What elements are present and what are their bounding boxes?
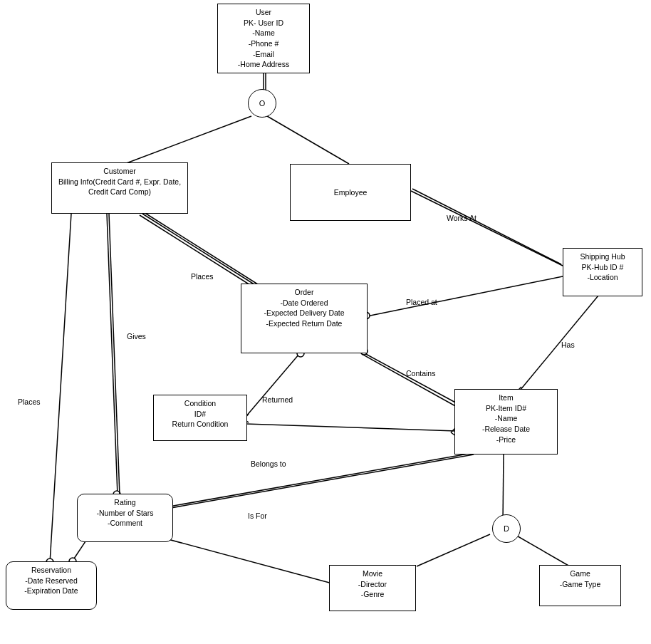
employee-label: Employee xyxy=(334,187,368,198)
places1-label: Places xyxy=(191,272,214,281)
places2-label: Places xyxy=(18,398,41,406)
svg-line-40 xyxy=(142,455,474,513)
svg-line-25 xyxy=(362,354,458,407)
returned-label: Returned xyxy=(262,395,293,404)
erd-diagram: UserPK- User ID-Name-Phone #-Email-Home … xyxy=(0,0,651,644)
game-label: Game-Game Type xyxy=(560,569,601,588)
is-for-label: Is For xyxy=(248,511,267,520)
game-entity: Game-Game Type xyxy=(539,565,621,606)
order-entity: Order-Date Ordered-Expected Delivery Dat… xyxy=(241,284,368,353)
svg-line-48 xyxy=(514,534,570,566)
shipping-hub-label: Shipping HubPK-Hub ID #-Location xyxy=(580,252,625,281)
rating-label: Rating-Number of Stars-Comment xyxy=(97,498,154,527)
condition-label: ConditionID#Return Condition xyxy=(172,399,229,428)
d-circle: D xyxy=(492,514,521,543)
item-entity: ItemPK-Item ID#-Name-Release Date-Price xyxy=(454,389,558,455)
svg-line-3 xyxy=(267,116,349,164)
gives-label: Gives xyxy=(127,332,146,341)
svg-line-2 xyxy=(125,116,251,164)
o-circle: O xyxy=(248,89,276,118)
svg-line-47 xyxy=(417,534,490,566)
has-label: Has xyxy=(561,341,575,349)
svg-line-43 xyxy=(141,453,472,511)
works-at-label: Works At xyxy=(447,214,476,222)
employee-entity: Employee xyxy=(290,164,411,221)
belongs-to-label: Belongs to xyxy=(251,459,286,468)
o-label: O xyxy=(259,99,266,108)
svg-line-35 xyxy=(109,214,120,495)
svg-line-46 xyxy=(503,455,504,524)
order-label: Order-Date Ordered-Expected Delivery Dat… xyxy=(264,288,344,328)
item-label: ItemPK-Item ID#-Name-Release Date-Price xyxy=(482,393,530,444)
svg-line-38 xyxy=(71,541,85,563)
svg-line-4 xyxy=(411,191,563,266)
rating-entity: Rating-Number of Stars-Comment xyxy=(77,494,173,542)
svg-line-21 xyxy=(363,353,459,405)
svg-line-8 xyxy=(412,189,561,264)
movie-entity: Movie-Director-Genre xyxy=(329,565,416,611)
svg-line-44 xyxy=(150,534,335,584)
movie-label: Movie-Director-Genre xyxy=(358,569,387,598)
svg-line-30 xyxy=(246,424,456,431)
contains-label: Contains xyxy=(406,369,435,378)
reservation-entity: Reservation-Date Reserved-Expiration Dat… xyxy=(6,561,97,610)
reservation-label: Reservation-Date Reserved-Expiration Dat… xyxy=(24,566,78,595)
d-label: D xyxy=(504,524,509,533)
user-label: UserPK- User ID-Name-Phone #-Email-Home … xyxy=(238,8,289,68)
svg-line-14 xyxy=(363,276,563,317)
condition-entity: ConditionID#Return Condition xyxy=(153,395,247,441)
placed-at-label: Placed at xyxy=(406,298,437,306)
svg-line-26 xyxy=(246,354,299,417)
user-entity: UserPK- User ID-Name-Phone #-Email-Home … xyxy=(217,4,310,73)
shipping-hub-entity: Shipping HubPK-Hub ID #-Location xyxy=(563,248,642,296)
svg-line-18 xyxy=(520,296,598,390)
svg-line-33 xyxy=(107,214,118,495)
svg-line-36 xyxy=(50,214,71,563)
customer-entity: CustomerBilling Info(Credit Card #, Expr… xyxy=(51,162,188,214)
customer-label: CustomerBilling Info(Credit Card #, Expr… xyxy=(58,167,181,196)
